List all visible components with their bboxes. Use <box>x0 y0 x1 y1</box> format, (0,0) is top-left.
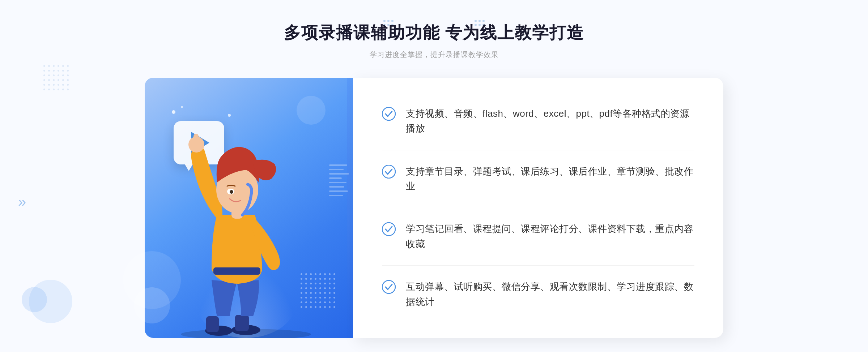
title-row: 多项录播课辅助功能 专为线上教学打造 <box>284 22 584 44</box>
svg-rect-2 <box>206 316 219 332</box>
feature-item-1: 支持视频、音频、flash、word、excel、ppt、pdf等各种格式的资源… <box>382 99 694 143</box>
check-icon-2 <box>382 165 396 179</box>
feature-item-2: 支持章节目录、弹题考试、课后练习、课后作业、章节测验、批改作业 <box>382 157 694 201</box>
svg-rect-7 <box>193 134 199 146</box>
right-features-panel: 支持视频、音频、flash、word、excel、ppt、pdf等各种格式的资源… <box>353 78 723 338</box>
feature-text-2: 支持章节目录、弹题考试、课后练习、课后作业、章节测验、批改作业 <box>406 164 694 194</box>
check-icon-1 <box>382 107 396 121</box>
content-area: 支持视频、音频、flash、word、excel、ppt、pdf等各种格式的资源… <box>145 78 723 338</box>
feature-text-1: 支持视频、音频、flash、word、excel、ppt、pdf等各种格式的资源… <box>406 106 694 136</box>
feature-item-4: 互动弹幕、试听购买、微信分享、观看次数限制、学习进度跟踪、数据统计 <box>382 272 694 317</box>
page-container: 多项录播课辅助功能 专为线上教学打造 学习进度全掌握，提升录播课教学效果 » <box>0 0 868 352</box>
feature-item-3: 学习笔记回看、课程提问、课程评论打分、课件资料下载，重点内容收藏 <box>382 214 694 259</box>
left-illustration-panel <box>145 78 347 338</box>
check-icon-3 <box>382 222 396 236</box>
character-illustration <box>145 78 347 338</box>
feature-text-3: 学习笔记回看、课程提问、课程评论打分、课件资料下载，重点内容收藏 <box>406 222 694 252</box>
svg-point-12 <box>382 107 395 120</box>
page-title: 多项录播课辅助功能 专为线上教学打造 <box>284 22 584 44</box>
page-subtitle: 学习进度全掌握，提升录播课教学效果 <box>284 50 584 60</box>
divider-3 <box>382 265 694 266</box>
svg-point-14 <box>382 223 395 236</box>
bg-circle-bottom-left-inner <box>22 287 47 312</box>
left-arrow-deco: » <box>18 194 26 210</box>
svg-point-11 <box>230 190 233 194</box>
header-section: 多项录播课辅助功能 专为线上教学打造 学习进度全掌握，提升录播课教学效果 <box>284 22 584 60</box>
svg-rect-4 <box>235 315 249 331</box>
divider-1 <box>382 150 694 150</box>
divider-2 <box>382 208 694 208</box>
svg-rect-5 <box>213 267 260 275</box>
feature-text-4: 互动弹幕、试听购买、微信分享、观看次数限制、学习进度跟踪、数据统计 <box>406 279 694 309</box>
svg-point-15 <box>382 280 395 293</box>
check-icon-4 <box>382 280 396 294</box>
svg-point-13 <box>382 165 395 178</box>
bg-dots-top-left <box>43 65 69 91</box>
middle-blue-strip <box>347 78 353 338</box>
